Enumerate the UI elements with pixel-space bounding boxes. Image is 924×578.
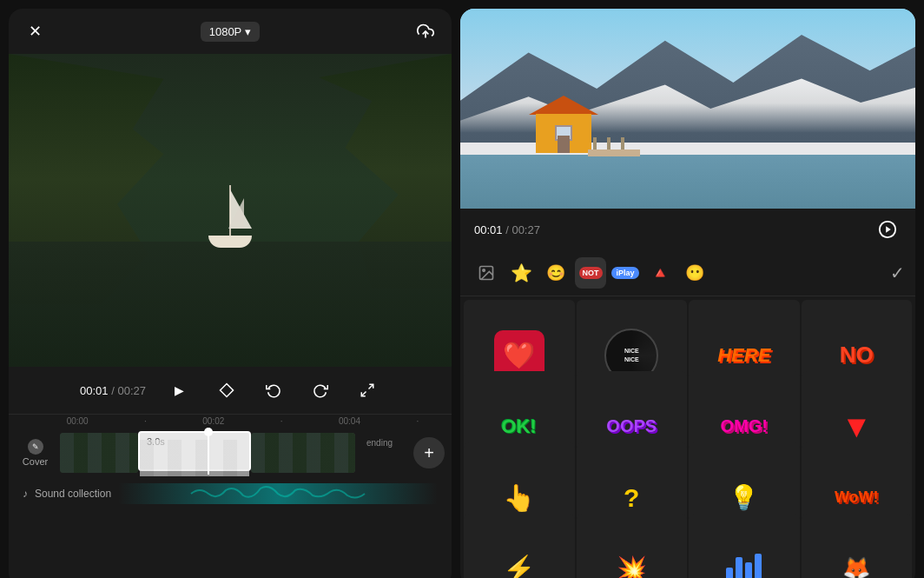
- ruler-mark-1: ·: [111, 416, 179, 426]
- right-time-total: 00:27: [512, 223, 540, 236]
- svg-point-7: [483, 269, 485, 272]
- upload-button[interactable]: [413, 19, 438, 43]
- svg-line-2: [368, 384, 373, 389]
- iplay-label: iPlay: [611, 267, 638, 279]
- water-foreground: [460, 149, 915, 209]
- ruler-mark-0: 00:00: [43, 416, 111, 426]
- cone-tool-button[interactable]: 🔺: [644, 257, 676, 289]
- confirm-button[interactable]: ✓: [890, 262, 905, 283]
- sticker-bar-chart[interactable]: [689, 514, 800, 578]
- dock: [588, 130, 640, 156]
- house-roof: [529, 96, 598, 115]
- sound-waveform: [118, 483, 438, 504]
- image-tool-button[interactable]: [471, 257, 502, 289]
- resolution-selector[interactable]: 1080P ▾: [201, 22, 261, 42]
- clip-center[interactable]: 3.0s: [138, 431, 251, 471]
- sound-collection-label: Sound collection: [35, 488, 111, 500]
- app-container: ✕ 1080P ▾: [0, 0, 924, 578]
- clip-left[interactable]: [60, 433, 138, 473]
- ruler-mark-4: 00:04: [315, 416, 383, 426]
- house-body: [536, 114, 591, 153]
- chevron-down-icon: ▾: [245, 25, 251, 38]
- right-time-display: 00:01 / 00:27: [474, 223, 540, 236]
- sticker-toolbar: ⭐ 😊 NOT iPlay 🔺 😶 ✓: [460, 250, 915, 296]
- add-track-button[interactable]: +: [413, 437, 445, 468]
- redo-button[interactable]: [307, 377, 333, 403]
- cover-label: Cover: [23, 456, 48, 467]
- keyframe-button[interactable]: [214, 377, 240, 403]
- cover-track-info: ✎ Cover: [16, 439, 55, 467]
- fullscreen-button[interactable]: [354, 377, 380, 403]
- sticker-lightning[interactable]: ⚡: [464, 514, 575, 578]
- ruler-mark-5: ·: [384, 416, 452, 426]
- timeline-tracks: ✎ Cover 3.0s: [9, 428, 452, 478]
- ending-label: ending: [366, 438, 393, 448]
- sticker-fox[interactable]: 🦊: [802, 514, 913, 578]
- iplay-tool-button[interactable]: iPlay: [610, 257, 641, 289]
- time-current: 00:01: [80, 384, 109, 397]
- boat-sail-right: [228, 198, 244, 229]
- timeline-ruler: 00:00 · 00:02 · 00:04 ·: [9, 414, 452, 428]
- dock-planks: [588, 149, 640, 156]
- sound-collection[interactable]: ♪ Sound collection: [9, 478, 452, 511]
- music-icon: ♪: [23, 488, 28, 500]
- playhead[interactable]: [208, 431, 209, 475]
- right-panel: 00:01 / 00:27 ⭐ 😊: [460, 9, 915, 578]
- boat-hull: [208, 236, 252, 248]
- edit-icon[interactable]: ✎: [28, 439, 43, 455]
- undo-button[interactable]: [261, 377, 287, 403]
- video-controls: 00:01 / 00:27 ▶: [9, 367, 452, 414]
- video-preview: [9, 54, 452, 367]
- play-button[interactable]: ▶: [167, 377, 193, 403]
- house-door: [558, 136, 570, 153]
- sailboat: [204, 178, 256, 248]
- not-label: NOT: [579, 267, 603, 279]
- svg-line-3: [361, 392, 366, 396]
- emoji-tool-button[interactable]: 😊: [540, 257, 571, 289]
- track-area[interactable]: 3.0s: [60, 431, 408, 475]
- left-panel: ✕ 1080P ▾: [9, 9, 452, 578]
- time-display: 00:01 / 00:27: [80, 384, 146, 397]
- face-tool-button[interactable]: 😶: [679, 257, 710, 289]
- video-header: ✕ 1080P ▾: [9, 9, 452, 54]
- right-play-button[interactable]: [874, 216, 901, 243]
- mountain-scene: [460, 9, 915, 209]
- svg-marker-5: [886, 226, 890, 232]
- right-video-preview: [460, 9, 915, 209]
- right-time-current: 00:01: [474, 223, 503, 236]
- star-tool-button[interactable]: ⭐: [505, 257, 537, 289]
- ruler-mark-2: 00:02: [180, 416, 248, 426]
- resolution-label: 1080P: [209, 25, 242, 38]
- svg-marker-1: [220, 384, 233, 397]
- clip-right[interactable]: [251, 433, 355, 473]
- sticker-grid: ❤️ NICENICE HERE NO OK! OOPS: [460, 296, 915, 578]
- sticker-explosion[interactable]: 💥: [577, 514, 688, 578]
- water-reflection: [9, 242, 452, 367]
- ruler-mark-3: ·: [248, 416, 315, 426]
- sailboat-scene: [9, 54, 452, 367]
- close-button[interactable]: ✕: [23, 19, 47, 43]
- right-video-controls: 00:01 / 00:27: [460, 209, 915, 250]
- time-total: 00:27: [117, 384, 146, 397]
- not-tool-button[interactable]: NOT: [575, 257, 606, 289]
